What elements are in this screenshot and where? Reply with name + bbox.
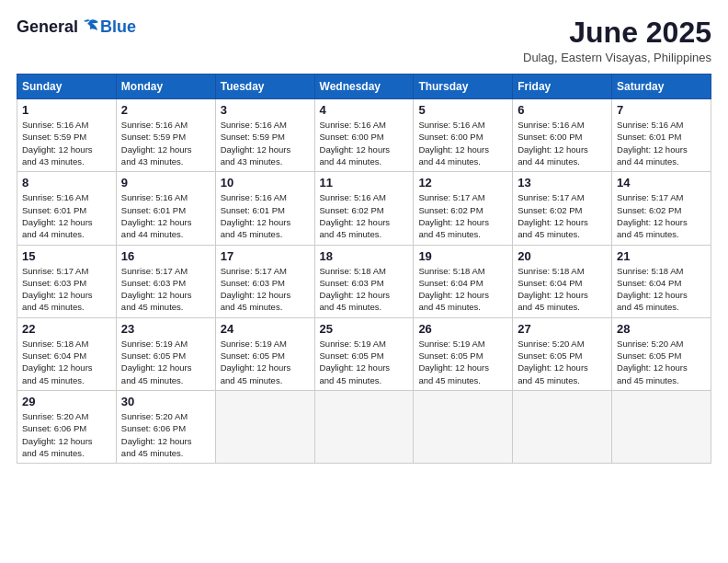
day-detail: Sunrise: 5:16 AMSunset: 6:01 PMDaylight:…: [221, 191, 310, 240]
col-wednesday: Wednesday: [314, 75, 414, 99]
header: General Blue June 2025 Dulag, Eastern Vi…: [17, 17, 711, 64]
logo: General Blue: [17, 17, 136, 37]
day-detail: Sunrise: 5:19 AMSunset: 6:05 PMDaylight:…: [121, 338, 210, 386]
day-number: 1: [22, 103, 111, 117]
calendar-cell: 24 Sunrise: 5:19 AMSunset: 6:05 PMDaylig…: [215, 317, 314, 390]
calendar-cell: [513, 390, 612, 463]
calendar-cell: 2 Sunrise: 5:16 AMSunset: 5:59 PMDayligh…: [116, 99, 215, 172]
day-number: 18: [320, 249, 409, 263]
col-friday: Friday: [513, 75, 612, 99]
day-number: 25: [320, 322, 409, 336]
day-detail: Sunrise: 5:16 AMSunset: 6:00 PMDaylight:…: [418, 119, 507, 167]
day-number: 19: [418, 249, 507, 263]
calendar-cell: 17 Sunrise: 5:17 AMSunset: 6:03 PMDaylig…: [215, 245, 314, 317]
day-number: 9: [121, 176, 210, 190]
calendar-cell: 15 Sunrise: 5:17 AMSunset: 6:03 PMDaylig…: [17, 245, 117, 317]
logo-general-text: General: [17, 17, 78, 37]
calendar-cell: 16 Sunrise: 5:17 AMSunset: 6:03 PMDaylig…: [116, 245, 215, 317]
month-title: June 2025: [523, 17, 711, 49]
day-number: 29: [22, 395, 111, 408]
day-number: 15: [22, 249, 111, 263]
calendar-cell: 28 Sunrise: 5:20 AMSunset: 6:05 PMDaylig…: [612, 317, 711, 390]
day-detail: Sunrise: 5:20 AMSunset: 6:06 PMDaylight:…: [121, 410, 210, 459]
day-detail: Sunrise: 5:17 AMSunset: 6:03 PMDaylight:…: [121, 265, 210, 314]
day-number: 21: [617, 249, 706, 263]
calendar-cell: [612, 390, 711, 463]
calendar-week-row: 15 Sunrise: 5:17 AMSunset: 6:03 PMDaylig…: [17, 245, 711, 317]
day-number: 3: [221, 103, 310, 117]
calendar-cell: 9 Sunrise: 5:16 AMSunset: 6:01 PMDayligh…: [116, 172, 215, 245]
day-number: 16: [121, 249, 210, 263]
calendar-cell: 18 Sunrise: 5:18 AMSunset: 6:03 PMDaylig…: [314, 245, 414, 317]
day-detail: Sunrise: 5:17 AMSunset: 6:02 PMDaylight:…: [518, 191, 607, 240]
calendar-cell: 30 Sunrise: 5:20 AMSunset: 6:06 PMDaylig…: [116, 390, 215, 463]
day-number: 22: [22, 322, 111, 336]
day-number: 17: [221, 249, 310, 263]
day-detail: Sunrise: 5:18 AMSunset: 6:04 PMDaylight:…: [518, 265, 607, 314]
calendar-week-row: 8 Sunrise: 5:16 AMSunset: 6:01 PMDayligh…: [17, 172, 711, 245]
calendar-table: Sunday Monday Tuesday Wednesday Thursday…: [17, 74, 711, 464]
day-detail: Sunrise: 5:16 AMSunset: 5:59 PMDaylight:…: [22, 119, 111, 167]
day-detail: Sunrise: 5:16 AMSunset: 6:01 PMDaylight:…: [121, 191, 210, 240]
day-number: 4: [320, 103, 409, 117]
calendar-cell: 6 Sunrise: 5:16 AMSunset: 6:00 PMDayligh…: [513, 99, 612, 172]
day-number: 24: [221, 322, 310, 336]
day-detail: Sunrise: 5:16 AMSunset: 6:00 PMDaylight:…: [320, 119, 409, 167]
calendar-cell: 11 Sunrise: 5:16 AMSunset: 6:02 PMDaylig…: [314, 172, 414, 245]
calendar-cell: 3 Sunrise: 5:16 AMSunset: 5:59 PMDayligh…: [215, 99, 314, 172]
calendar-week-row: 29 Sunrise: 5:20 AMSunset: 6:06 PMDaylig…: [17, 390, 711, 463]
day-detail: Sunrise: 5:19 AMSunset: 6:05 PMDaylight:…: [320, 338, 409, 386]
location: Dulag, Eastern Visayas, Philippines: [523, 51, 711, 64]
day-detail: Sunrise: 5:17 AMSunset: 6:03 PMDaylight:…: [22, 265, 111, 314]
day-number: 8: [22, 176, 111, 190]
logo-bird-icon: [80, 17, 100, 37]
day-detail: Sunrise: 5:16 AMSunset: 6:02 PMDaylight:…: [320, 191, 409, 240]
day-detail: Sunrise: 5:16 AMSunset: 5:59 PMDaylight:…: [121, 119, 210, 167]
calendar-cell: 10 Sunrise: 5:16 AMSunset: 6:01 PMDaylig…: [215, 172, 314, 245]
calendar-cell: 19 Sunrise: 5:18 AMSunset: 6:04 PMDaylig…: [414, 245, 513, 317]
day-detail: Sunrise: 5:20 AMSunset: 6:05 PMDaylight:…: [617, 338, 706, 386]
col-monday: Monday: [116, 75, 215, 99]
col-sunday: Sunday: [17, 75, 117, 99]
day-number: 6: [518, 103, 607, 117]
day-number: 13: [518, 176, 607, 190]
day-detail: Sunrise: 5:18 AMSunset: 6:04 PMDaylight:…: [617, 265, 706, 314]
calendar-cell: 21 Sunrise: 5:18 AMSunset: 6:04 PMDaylig…: [612, 245, 711, 317]
col-saturday: Saturday: [612, 75, 711, 99]
day-detail: Sunrise: 5:19 AMSunset: 6:05 PMDaylight:…: [221, 338, 310, 386]
page: General Blue June 2025 Dulag, Eastern Vi…: [0, 0, 728, 563]
calendar-cell: 13 Sunrise: 5:17 AMSunset: 6:02 PMDaylig…: [513, 172, 612, 245]
calendar-week-row: 1 Sunrise: 5:16 AMSunset: 5:59 PMDayligh…: [17, 99, 711, 172]
day-number: 28: [617, 322, 706, 336]
logo-blue-text: Blue: [100, 17, 136, 37]
day-detail: Sunrise: 5:18 AMSunset: 6:04 PMDaylight:…: [418, 265, 507, 314]
day-detail: Sunrise: 5:20 AMSunset: 6:05 PMDaylight:…: [518, 338, 607, 386]
day-number: 7: [617, 103, 706, 117]
calendar-cell: 25 Sunrise: 5:19 AMSunset: 6:05 PMDaylig…: [314, 317, 414, 390]
day-detail: Sunrise: 5:17 AMSunset: 6:02 PMDaylight:…: [617, 191, 706, 240]
day-detail: Sunrise: 5:19 AMSunset: 6:05 PMDaylight:…: [418, 338, 507, 386]
day-number: 10: [221, 176, 310, 190]
day-detail: Sunrise: 5:17 AMSunset: 6:02 PMDaylight:…: [418, 191, 507, 240]
day-number: 27: [518, 322, 607, 336]
calendar-cell: [215, 390, 314, 463]
day-detail: Sunrise: 5:18 AMSunset: 6:04 PMDaylight:…: [22, 338, 111, 386]
calendar-cell: 22 Sunrise: 5:18 AMSunset: 6:04 PMDaylig…: [17, 317, 117, 390]
calendar-cell: [314, 390, 414, 463]
day-detail: Sunrise: 5:16 AMSunset: 6:01 PMDaylight:…: [22, 191, 111, 240]
day-detail: Sunrise: 5:18 AMSunset: 6:03 PMDaylight:…: [320, 265, 409, 314]
day-number: 2: [121, 103, 210, 117]
day-number: 14: [617, 176, 706, 190]
day-detail: Sunrise: 5:16 AMSunset: 5:59 PMDaylight:…: [221, 119, 310, 167]
day-number: 26: [418, 322, 507, 336]
calendar-cell: 8 Sunrise: 5:16 AMSunset: 6:01 PMDayligh…: [17, 172, 117, 245]
day-detail: Sunrise: 5:16 AMSunset: 6:01 PMDaylight:…: [617, 119, 706, 167]
day-detail: Sunrise: 5:16 AMSunset: 6:00 PMDaylight:…: [518, 119, 607, 167]
calendar-week-row: 22 Sunrise: 5:18 AMSunset: 6:04 PMDaylig…: [17, 317, 711, 390]
calendar-cell: 12 Sunrise: 5:17 AMSunset: 6:02 PMDaylig…: [414, 172, 513, 245]
calendar-cell: 26 Sunrise: 5:19 AMSunset: 6:05 PMDaylig…: [414, 317, 513, 390]
header-right: June 2025 Dulag, Eastern Visayas, Philip…: [523, 17, 711, 64]
calendar-cell: 27 Sunrise: 5:20 AMSunset: 6:05 PMDaylig…: [513, 317, 612, 390]
day-number: 20: [518, 249, 607, 263]
day-number: 30: [121, 395, 210, 408]
